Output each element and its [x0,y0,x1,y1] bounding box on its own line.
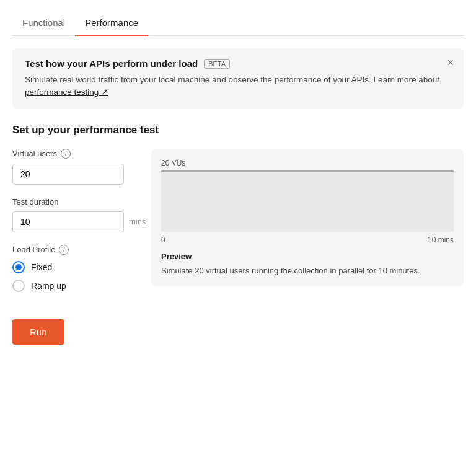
radio-fixed[interactable]: Fixed [12,261,136,273]
load-profile-group: Load Profile i Fixed Ramp up [12,245,136,292]
form-layout: Virtual users i Test duration mins Load … [12,149,464,345]
virtual-users-info-icon[interactable]: i [61,149,71,159]
virtual-users-group: Virtual users i [12,149,136,185]
virtual-users-input-wrapper [12,164,124,185]
chart-bar [161,170,454,232]
form-controls: Virtual users i Test duration mins Load … [12,149,136,345]
radio-ramp-up[interactable]: Ramp up [12,280,136,292]
section-title: Set up your performance test [12,124,464,136]
chart-x-start: 0 [161,236,165,244]
preview-section: Preview Simulate 20 virtual users runnin… [161,252,454,277]
load-profile-info-icon[interactable]: i [59,245,69,255]
beta-badge: BETA [204,59,230,69]
preview-text: Simulate 20 virtual users running the co… [161,265,454,277]
test-duration-group: Test duration mins [12,197,136,232]
tab-bar: Functional Performance [12,0,464,36]
test-duration-label: Test duration [12,197,136,206]
test-duration-unit: mins [129,217,146,226]
banner-title: Test how your APIs perform under load BE… [25,58,451,69]
radio-rampup-circle [12,280,25,292]
info-banner: Test how your APIs perform under load BE… [12,48,464,109]
load-profile-label: Load Profile i [12,245,136,255]
preview-title: Preview [161,252,454,261]
chart-vu-label: 20 VUs [161,159,454,167]
load-profile-radio-group: Fixed Ramp up [12,261,136,292]
test-duration-input[interactable] [20,217,129,227]
virtual-users-label: Virtual users i [12,149,136,159]
banner-description: Simulate real world traffic from your lo… [25,74,451,99]
test-duration-input-wrapper: mins [12,211,124,232]
radio-fixed-circle [12,261,25,273]
run-button[interactable]: Run [12,319,64,345]
radio-fixed-inner [15,264,22,270]
chart-x-axis: 0 10 mins [161,236,454,244]
tab-functional[interactable]: Functional [12,10,75,35]
chart-x-end: 10 mins [428,236,454,244]
chart-flat-line [161,170,454,172]
chart-area: 20 VUs 0 10 mins [161,159,454,244]
performance-testing-link[interactable]: performance testing ↗ [25,87,108,97]
close-banner-button[interactable]: × [447,57,454,68]
chart-preview-panel: 20 VUs 0 10 mins Preview Simulate 20 vir… [151,149,464,287]
virtual-users-input[interactable] [20,169,129,179]
tab-performance[interactable]: Performance [75,10,148,35]
